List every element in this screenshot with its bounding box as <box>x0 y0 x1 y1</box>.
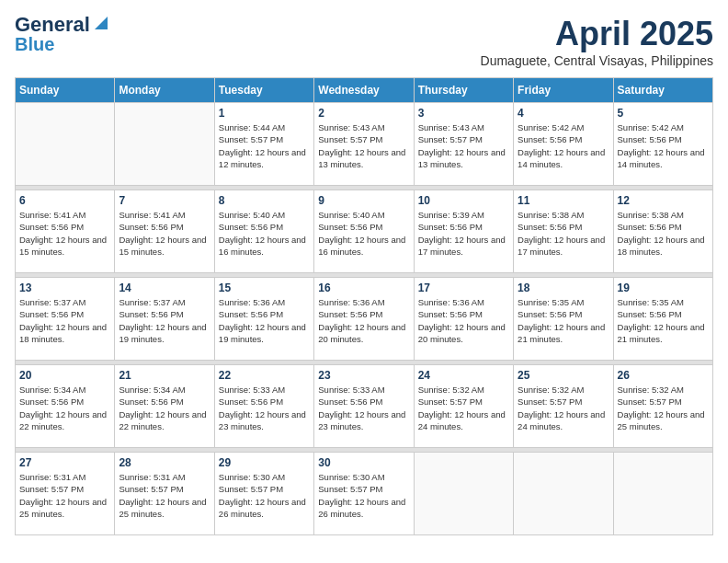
calendar-day-cell: 1Sunrise: 5:44 AM Sunset: 5:57 PM Daylig… <box>214 103 313 186</box>
day-info: Sunrise: 5:31 AM Sunset: 5:57 PM Dayligh… <box>19 471 110 520</box>
logo-text-general: General <box>15 15 90 35</box>
calendar-day-cell: 20Sunrise: 5:34 AM Sunset: 5:56 PM Dayli… <box>16 365 115 448</box>
calendar-week-row: 6Sunrise: 5:41 AM Sunset: 5:56 PM Daylig… <box>16 190 713 273</box>
calendar-day-cell: 8Sunrise: 5:40 AM Sunset: 5:56 PM Daylig… <box>214 190 313 273</box>
calendar-day-cell: 26Sunrise: 5:32 AM Sunset: 5:57 PM Dayli… <box>613 365 712 448</box>
day-info: Sunrise: 5:33 AM Sunset: 5:56 PM Dayligh… <box>219 384 310 432</box>
day-info: Sunrise: 5:44 AM Sunset: 5:57 PM Dayligh… <box>219 121 310 170</box>
day-number: 3 <box>418 107 509 120</box>
day-info: Sunrise: 5:36 AM Sunset: 5:56 PM Dayligh… <box>219 296 310 345</box>
calendar-day-cell: 5Sunrise: 5:42 AM Sunset: 5:56 PM Daylig… <box>613 103 712 186</box>
calendar-day-cell <box>613 453 712 535</box>
day-info: Sunrise: 5:42 AM Sunset: 5:56 PM Dayligh… <box>518 121 609 170</box>
weekday-header-monday: Monday <box>115 78 214 103</box>
weekday-header-wednesday: Wednesday <box>314 78 414 103</box>
day-number: 26 <box>618 369 709 382</box>
weekday-header-saturday: Saturday <box>613 78 712 103</box>
day-info: Sunrise: 5:32 AM Sunset: 5:57 PM Dayligh… <box>618 384 709 432</box>
calendar-day-cell: 30Sunrise: 5:30 AM Sunset: 5:57 PM Dayli… <box>314 453 414 535</box>
day-info: Sunrise: 5:37 AM Sunset: 5:56 PM Dayligh… <box>119 296 210 345</box>
svg-marker-0 <box>95 17 108 29</box>
day-number: 29 <box>219 456 310 469</box>
calendar-day-cell <box>115 103 214 186</box>
calendar-day-cell: 4Sunrise: 5:42 AM Sunset: 5:56 PM Daylig… <box>514 103 613 186</box>
calendar-day-cell: 22Sunrise: 5:33 AM Sunset: 5:56 PM Dayli… <box>214 365 313 448</box>
calendar-day-cell: 7Sunrise: 5:41 AM Sunset: 5:56 PM Daylig… <box>115 190 214 273</box>
calendar-week-row: 13Sunrise: 5:37 AM Sunset: 5:56 PM Dayli… <box>16 278 713 361</box>
day-number: 17 <box>418 282 509 294</box>
day-number: 27 <box>19 456 110 469</box>
day-info: Sunrise: 5:31 AM Sunset: 5:57 PM Dayligh… <box>119 471 210 520</box>
day-info: Sunrise: 5:34 AM Sunset: 5:56 PM Dayligh… <box>19 384 110 432</box>
day-info: Sunrise: 5:32 AM Sunset: 5:57 PM Dayligh… <box>518 384 609 432</box>
day-info: Sunrise: 5:38 AM Sunset: 5:56 PM Dayligh… <box>518 209 609 258</box>
calendar-day-cell: 17Sunrise: 5:36 AM Sunset: 5:56 PM Dayli… <box>414 278 513 361</box>
weekday-header-friday: Friday <box>514 78 613 103</box>
day-info: Sunrise: 5:33 AM Sunset: 5:56 PM Dayligh… <box>318 384 409 432</box>
page-header: General Blue April 2025 Dumaguete, Centr… <box>15 15 713 68</box>
day-number: 5 <box>618 107 709 120</box>
day-number: 2 <box>318 107 409 120</box>
calendar-day-cell: 19Sunrise: 5:35 AM Sunset: 5:56 PM Dayli… <box>613 278 712 361</box>
day-info: Sunrise: 5:40 AM Sunset: 5:56 PM Dayligh… <box>318 209 409 258</box>
calendar-week-row: 27Sunrise: 5:31 AM Sunset: 5:57 PM Dayli… <box>16 453 713 535</box>
calendar-day-cell: 21Sunrise: 5:34 AM Sunset: 5:56 PM Dayli… <box>115 365 214 448</box>
calendar-day-cell: 3Sunrise: 5:43 AM Sunset: 5:57 PM Daylig… <box>414 103 513 186</box>
calendar-day-cell: 29Sunrise: 5:30 AM Sunset: 5:57 PM Dayli… <box>214 453 313 535</box>
day-info: Sunrise: 5:35 AM Sunset: 5:56 PM Dayligh… <box>618 296 709 345</box>
calendar-day-cell: 6Sunrise: 5:41 AM Sunset: 5:56 PM Daylig… <box>16 190 115 273</box>
logo-text-blue: Blue <box>15 35 54 53</box>
calendar-day-cell: 12Sunrise: 5:38 AM Sunset: 5:56 PM Dayli… <box>613 190 712 273</box>
calendar-day-cell: 24Sunrise: 5:32 AM Sunset: 5:57 PM Dayli… <box>414 365 513 448</box>
calendar-day-cell: 10Sunrise: 5:39 AM Sunset: 5:56 PM Dayli… <box>414 190 513 273</box>
location: Dumaguete, Central Visayas, Philippines <box>481 53 713 68</box>
logo-icon <box>91 15 108 31</box>
calendar-day-cell: 2Sunrise: 5:43 AM Sunset: 5:57 PM Daylig… <box>314 103 414 186</box>
day-number: 12 <box>618 194 709 207</box>
calendar-day-cell: 18Sunrise: 5:35 AM Sunset: 5:56 PM Dayli… <box>514 278 613 361</box>
calendar-day-cell: 11Sunrise: 5:38 AM Sunset: 5:56 PM Dayli… <box>514 190 613 273</box>
day-number: 1 <box>219 107 310 120</box>
day-info: Sunrise: 5:42 AM Sunset: 5:56 PM Dayligh… <box>618 121 709 170</box>
day-number: 14 <box>119 282 210 294</box>
day-number: 25 <box>518 369 609 382</box>
day-info: Sunrise: 5:35 AM Sunset: 5:56 PM Dayligh… <box>518 296 609 345</box>
day-info: Sunrise: 5:37 AM Sunset: 5:56 PM Dayligh… <box>19 296 110 345</box>
day-info: Sunrise: 5:36 AM Sunset: 5:56 PM Dayligh… <box>318 296 409 345</box>
day-number: 20 <box>19 369 110 382</box>
month-title: April 2025 <box>481 15 713 53</box>
day-info: Sunrise: 5:34 AM Sunset: 5:56 PM Dayligh… <box>119 384 210 432</box>
day-info: Sunrise: 5:40 AM Sunset: 5:56 PM Dayligh… <box>219 209 310 258</box>
calendar-day-cell: 14Sunrise: 5:37 AM Sunset: 5:56 PM Dayli… <box>115 278 214 361</box>
day-info: Sunrise: 5:41 AM Sunset: 5:56 PM Dayligh… <box>19 209 110 258</box>
logo: General Blue <box>15 15 108 53</box>
calendar-day-cell: 28Sunrise: 5:31 AM Sunset: 5:57 PM Dayli… <box>115 453 214 535</box>
calendar-table: SundayMondayTuesdayWednesdayThursdayFrid… <box>15 77 713 535</box>
day-number: 4 <box>518 107 609 120</box>
calendar-day-cell: 27Sunrise: 5:31 AM Sunset: 5:57 PM Dayli… <box>16 453 115 535</box>
calendar-day-cell: 15Sunrise: 5:36 AM Sunset: 5:56 PM Dayli… <box>214 278 313 361</box>
calendar-week-row: 20Sunrise: 5:34 AM Sunset: 5:56 PM Dayli… <box>16 365 713 448</box>
calendar-day-cell <box>414 453 513 535</box>
calendar-day-cell: 9Sunrise: 5:40 AM Sunset: 5:56 PM Daylig… <box>314 190 414 273</box>
calendar-day-cell: 16Sunrise: 5:36 AM Sunset: 5:56 PM Dayli… <box>314 278 414 361</box>
day-number: 30 <box>318 456 409 469</box>
weekday-header-tuesday: Tuesday <box>214 78 313 103</box>
calendar-day-cell: 23Sunrise: 5:33 AM Sunset: 5:56 PM Dayli… <box>314 365 414 448</box>
day-number: 6 <box>19 194 110 207</box>
calendar-day-cell <box>514 453 613 535</box>
day-number: 16 <box>318 282 409 294</box>
day-number: 21 <box>119 369 210 382</box>
day-info: Sunrise: 5:38 AM Sunset: 5:56 PM Dayligh… <box>618 209 709 258</box>
day-number: 28 <box>119 456 210 469</box>
day-number: 9 <box>318 194 409 207</box>
day-number: 8 <box>219 194 310 207</box>
day-info: Sunrise: 5:30 AM Sunset: 5:57 PM Dayligh… <box>318 471 409 520</box>
calendar-day-cell: 25Sunrise: 5:32 AM Sunset: 5:57 PM Dayli… <box>514 365 613 448</box>
day-number: 22 <box>219 369 310 382</box>
day-number: 10 <box>418 194 509 207</box>
day-info: Sunrise: 5:32 AM Sunset: 5:57 PM Dayligh… <box>418 384 509 432</box>
day-info: Sunrise: 5:30 AM Sunset: 5:57 PM Dayligh… <box>219 471 310 520</box>
day-info: Sunrise: 5:43 AM Sunset: 5:57 PM Dayligh… <box>418 121 509 170</box>
title-section: April 2025 Dumaguete, Central Visayas, P… <box>481 15 713 68</box>
